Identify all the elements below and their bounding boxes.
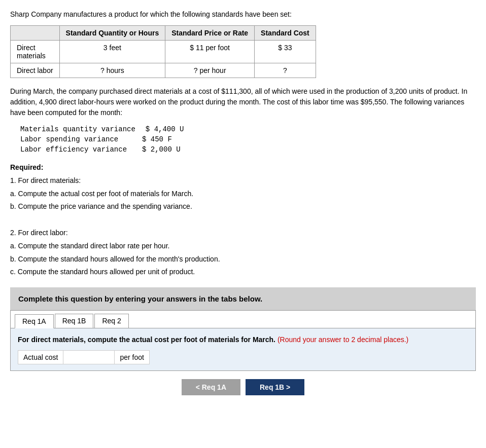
standards-table: Standard Quantity or Hours Standard Pric…: [10, 25, 316, 78]
variances-section: Materials quantity variance $ 4,400 U La…: [10, 125, 476, 154]
tab-req1b[interactable]: Req 1B: [55, 314, 94, 328]
actual-cost-label: Actual cost: [18, 351, 63, 364]
row-price-labor: ? per hour: [165, 63, 255, 78]
next-button[interactable]: Req 1B >: [246, 379, 304, 395]
required-header: Required:: [10, 163, 43, 171]
tab-req2[interactable]: Req 2: [94, 314, 128, 328]
tab-instruction-note: (Round your answer to 2 decimal places.): [277, 335, 408, 344]
table-row: Direct labor ? hours ? per hour ?: [11, 63, 316, 78]
variance-row-labor-efficiency: Labor efficiency variance $ 2,000 U: [20, 145, 476, 154]
row-label-materials: Directmaterials: [11, 41, 60, 63]
input-row: Actual cost per foot: [18, 350, 150, 364]
intro-text: Sharp Company manufactures a product for…: [10, 10, 476, 18]
tab-instruction-main: For direct materials, compute the actual…: [18, 335, 275, 344]
required-item-5: a. Compute the standard direct labor rat…: [10, 240, 476, 252]
col-header-quantity: Standard Quantity or Hours: [59, 26, 165, 41]
required-item-1: a. Compute the actual cost per foot of m…: [10, 188, 476, 200]
table-row: Directmaterials 3 feet $ 11 per foot $ 3…: [11, 41, 316, 63]
row-cost-materials: $ 33: [255, 41, 316, 63]
row-quantity-labor: ? hours: [59, 63, 165, 78]
variance-label-labor-efficiency: Labor efficiency variance: [20, 145, 132, 154]
row-price-materials: $ 11 per foot: [165, 41, 255, 63]
complete-banner: Complete this question by entering your …: [10, 287, 476, 310]
variance-value-labor-spending: $ 450 F: [142, 135, 193, 143]
variance-label-labor-spending: Labor spending variance: [20, 135, 132, 143]
variance-value-materials: $ 4,400 U: [146, 125, 196, 133]
required-section: Required: 1. For direct materials: a. Co…: [10, 162, 476, 278]
required-item-0: 1. For direct materials:: [10, 175, 476, 187]
actual-cost-input[interactable]: [63, 351, 114, 364]
variance-value-labor-efficiency: $ 2,000 U: [142, 145, 193, 154]
required-item-4: 2. For direct labor:: [10, 227, 476, 239]
tab-instruction: For direct materials, compute the actual…: [18, 334, 468, 345]
tab-req1a[interactable]: Req 1A: [15, 314, 54, 328]
variance-row-materials: Materials quantity variance $ 4,400 U: [20, 125, 476, 133]
col-header-price: Standard Price or Rate: [165, 26, 255, 41]
prev-button[interactable]: < Req 1A: [182, 379, 240, 395]
tabs-container: Req 1A Req 1B Req 2 For direct materials…: [10, 310, 476, 371]
description-text: During March, the company purchased dire…: [10, 86, 476, 118]
row-quantity-materials: 3 feet: [59, 41, 165, 63]
per-foot-label: per foot: [114, 351, 149, 364]
row-label-labor: Direct labor: [11, 63, 60, 78]
nav-buttons: < Req 1A Req 1B >: [10, 379, 476, 395]
variance-label-materials: Materials quantity variance: [20, 125, 135, 133]
tabs-bar: Req 1A Req 1B Req 2: [11, 311, 475, 328]
variance-row-labor-spending: Labor spending variance $ 450 F: [20, 135, 476, 143]
col-header-empty: [11, 26, 60, 41]
tab-content-req1a: For direct materials, compute the actual…: [11, 328, 475, 370]
col-header-cost: Standard Cost: [255, 26, 316, 41]
row-cost-labor: ?: [255, 63, 316, 78]
required-item-3: [10, 214, 476, 226]
required-item-2: b. Compute the price variance and the sp…: [10, 201, 476, 213]
required-item-7: c. Compute the standard hours allowed pe…: [10, 266, 476, 278]
required-item-6: b. Compute the standard hours allowed fo…: [10, 253, 476, 266]
